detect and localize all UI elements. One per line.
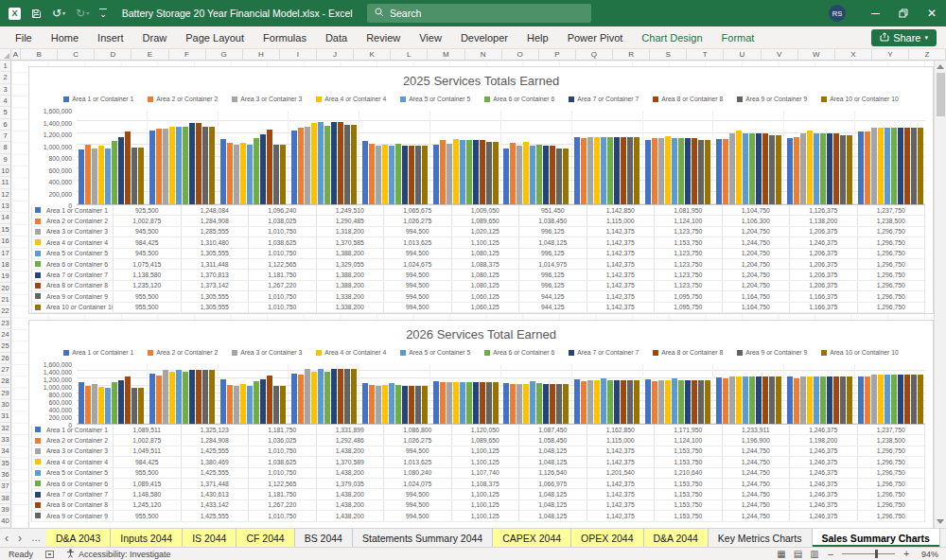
column-header-i[interactable]: I bbox=[280, 49, 317, 60]
row-header-9[interactable]: 9 bbox=[0, 154, 10, 166]
column-header-y[interactable]: Y bbox=[872, 49, 909, 60]
sheet-nav-right-icon[interactable]: › bbox=[13, 529, 26, 547]
grid-area[interactable]: 2025 Services Totals Earned Area 1 or Co… bbox=[11, 61, 934, 528]
share-button[interactable]: Share ▾ bbox=[871, 29, 937, 46]
ribbon-tab-help[interactable]: Help bbox=[517, 26, 558, 49]
sheet-tab-sales-summary-charts[interactable]: Sales Summary Charts bbox=[813, 529, 940, 547]
row-header-31[interactable]: 31 bbox=[0, 411, 10, 422]
sheet-list-icon[interactable]: … bbox=[26, 529, 46, 547]
column-header-v[interactable]: V bbox=[762, 49, 798, 60]
row-header-24[interactable]: 24 bbox=[0, 329, 10, 341]
ribbon-tab-page-layout[interactable]: Page Layout bbox=[176, 26, 254, 49]
minimize-button[interactable] bbox=[861, 0, 889, 26]
column-header-s[interactable]: S bbox=[650, 49, 687, 60]
row-header-14[interactable]: 14 bbox=[0, 212, 10, 223]
column-header-r[interactable]: R bbox=[613, 49, 650, 60]
accessibility-status[interactable]: Accessibility: Investigate bbox=[79, 550, 171, 559]
avatar[interactable]: RS bbox=[829, 5, 846, 22]
column-header-l[interactable]: L bbox=[391, 49, 428, 60]
sheet-tab-opex-2044[interactable]: OPEX 2044 bbox=[571, 529, 643, 547]
row-header-12[interactable]: 12 bbox=[0, 189, 10, 201]
sheet-tab-is-2044[interactable]: IS 2044 bbox=[183, 529, 236, 547]
row-header-30[interactable]: 30 bbox=[0, 399, 10, 411]
ribbon-tab-format[interactable]: Format bbox=[712, 26, 764, 49]
row-header-3[interactable]: 3 bbox=[0, 84, 10, 96]
row-header-15[interactable]: 15 bbox=[0, 224, 10, 236]
column-header-g[interactable]: G bbox=[206, 49, 243, 60]
macro-record-icon[interactable] bbox=[45, 551, 54, 558]
save-icon[interactable] bbox=[31, 9, 42, 19]
sheet-tab-statements-summary-2044[interactable]: Statements Summary 2044 bbox=[353, 529, 493, 547]
sheet-tab-cf-2044[interactable]: CF 2044 bbox=[236, 529, 294, 547]
row-header-7[interactable]: 7 bbox=[0, 131, 10, 142]
ribbon-tab-formulas[interactable]: Formulas bbox=[254, 26, 316, 49]
ribbon-tab-data[interactable]: Data bbox=[316, 26, 357, 49]
column-header-m[interactable]: M bbox=[428, 49, 464, 60]
row-header-25[interactable]: 25 bbox=[0, 341, 10, 352]
column-header-q[interactable]: Q bbox=[576, 49, 613, 60]
column-header-a[interactable]: A bbox=[11, 49, 21, 60]
ribbon-tab-chart-design[interactable]: Chart Design bbox=[632, 26, 711, 49]
row-header-10[interactable]: 10 bbox=[0, 166, 10, 177]
row-header-2[interactable]: 2 bbox=[0, 72, 10, 83]
vertical-scroll-thumb[interactable] bbox=[937, 73, 945, 116]
column-header-h[interactable]: H bbox=[243, 49, 280, 60]
column-header-b[interactable]: B bbox=[21, 49, 58, 60]
column-header-w[interactable]: W bbox=[798, 49, 835, 60]
row-header-39[interactable]: 39 bbox=[0, 504, 10, 516]
row-header-26[interactable]: 26 bbox=[0, 353, 10, 364]
ribbon-tab-file[interactable]: File bbox=[6, 26, 42, 49]
search-box[interactable]: Search bbox=[367, 4, 591, 23]
undo-icon[interactable]: ↺▾ bbox=[52, 8, 65, 19]
row-header-34[interactable]: 34 bbox=[0, 446, 10, 457]
column-header-c[interactable]: C bbox=[58, 49, 95, 60]
column-header-n[interactable]: N bbox=[465, 49, 502, 60]
column-header-f[interactable]: F bbox=[169, 49, 206, 60]
ribbon-tab-view[interactable]: View bbox=[410, 26, 451, 49]
column-header-e[interactable]: E bbox=[131, 49, 168, 60]
row-header-5[interactable]: 5 bbox=[0, 107, 10, 118]
zoom-in-button[interactable]: + bbox=[903, 549, 909, 559]
row-header-11[interactable]: 11 bbox=[0, 177, 10, 188]
row-header-22[interactable]: 22 bbox=[0, 306, 10, 317]
sheet-tab-kpi[interactable]: KPI bbox=[940, 529, 946, 547]
row-header-32[interactable]: 32 bbox=[0, 423, 10, 434]
column-header-t[interactable]: T bbox=[687, 49, 724, 60]
row-header-20[interactable]: 20 bbox=[0, 283, 10, 294]
qat-customize-icon[interactable]: ⌄ bbox=[99, 9, 107, 19]
select-all-corner[interactable] bbox=[0, 49, 11, 60]
column-header-u[interactable]: U bbox=[724, 49, 761, 60]
column-header-z[interactable]: Z bbox=[909, 49, 946, 60]
scroll-down-icon[interactable] bbox=[937, 519, 944, 524]
row-header-16[interactable]: 16 bbox=[0, 236, 10, 247]
row-header-1[interactable]: 1 bbox=[0, 61, 10, 72]
sheet-tab-d-a-2043[interactable]: D&A 2043 bbox=[46, 529, 111, 547]
ribbon-tab-power-pivot[interactable]: Power Pivot bbox=[558, 26, 633, 49]
sheet-tab-capex-2044[interactable]: CAPEX 2044 bbox=[493, 529, 571, 547]
ribbon-tab-insert[interactable]: Insert bbox=[88, 26, 133, 49]
sheet-tab-d-a-2044[interactable]: D&A 2044 bbox=[644, 529, 709, 547]
close-button[interactable]: ✕ bbox=[918, 0, 946, 26]
row-header-37[interactable]: 37 bbox=[0, 481, 10, 492]
row-header-35[interactable]: 35 bbox=[0, 458, 10, 469]
row-header-8[interactable]: 8 bbox=[0, 142, 10, 153]
column-header-j[interactable]: J bbox=[317, 49, 354, 60]
ribbon-tab-draw[interactable]: Draw bbox=[133, 26, 177, 49]
sheet-tab-bs-2044[interactable]: BS 2044 bbox=[295, 529, 353, 547]
row-header-19[interactable]: 19 bbox=[0, 271, 10, 282]
row-header-33[interactable]: 33 bbox=[0, 434, 10, 446]
undo-dropdown-icon[interactable]: ▾ bbox=[62, 10, 65, 16]
row-header-23[interactable]: 23 bbox=[0, 318, 10, 329]
normal-view-icon[interactable]: ▦ bbox=[777, 549, 785, 559]
scroll-up-icon[interactable] bbox=[937, 64, 944, 69]
row-header-13[interactable]: 13 bbox=[0, 201, 10, 212]
zoom-slider[interactable] bbox=[842, 553, 895, 554]
excel-app-icon[interactable]: X bbox=[9, 8, 21, 20]
chart-2026-services-total[interactable]: 2026 Services Total Earned Area 1 or Con… bbox=[28, 320, 934, 528]
row-header-17[interactable]: 17 bbox=[0, 248, 10, 259]
row-header-18[interactable]: 18 bbox=[0, 259, 10, 271]
column-header-o[interactable]: O bbox=[502, 49, 539, 60]
column-header-d[interactable]: D bbox=[95, 49, 131, 60]
row-header-27[interactable]: 27 bbox=[0, 364, 10, 376]
column-header-k[interactable]: K bbox=[354, 49, 391, 60]
